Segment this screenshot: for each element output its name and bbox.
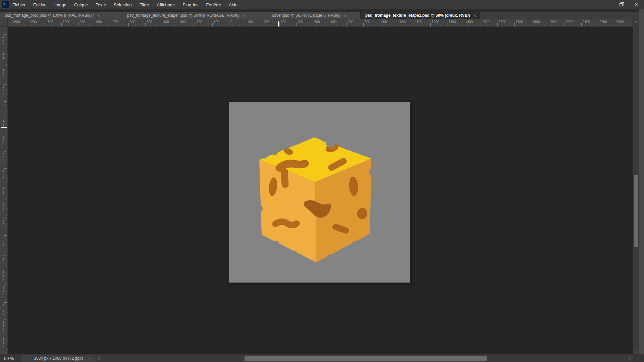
horizontal-ruler[interactable]: 1300120011001000900800700600500400300200… xyxy=(8,19,633,27)
menu-item-aide[interactable]: Aide xyxy=(229,2,237,7)
v-ruler-cell: 100 xyxy=(0,84,8,101)
h-ruler-cell: 1100 xyxy=(414,19,430,27)
document-tab-3[interactable]: cover.psd @ 66,7% (Calque 6, RVB/8)× xyxy=(267,12,361,19)
menu-item-affichage[interactable]: Affichage xyxy=(157,2,175,7)
v-ruler-cell: 1200 xyxy=(0,302,8,319)
document-canvas[interactable] xyxy=(229,102,410,283)
v-ruler-cell: 700 xyxy=(0,219,8,235)
status-flyout-chevron-icon[interactable] xyxy=(88,356,90,362)
h-ruler-cell: 900 xyxy=(78,19,95,27)
v-ruler-cell: 1100 xyxy=(0,286,8,302)
h-ruler-cell: 800 xyxy=(363,19,380,27)
tab-close-icon[interactable]: × xyxy=(473,13,476,18)
h-ruler-cell: 2300 xyxy=(615,19,632,27)
v-ruler-cell: 900 xyxy=(0,252,8,269)
h-ruler-cell: 800 xyxy=(95,19,112,27)
tab-label: psd_fromage_texture_etape4.psd @ 50% (FR… xyxy=(127,13,239,18)
h-ruler-cell: 400 xyxy=(296,19,313,27)
pasteboard[interactable] xyxy=(8,27,633,354)
h-ruler-cell: 100 xyxy=(212,19,229,27)
tab-label: cover.psd @ 66,7% (Calque 6, RVB/8) xyxy=(272,13,341,18)
h-ruler-cell: 1400 xyxy=(464,19,481,27)
h-ruler-cell: 200 xyxy=(263,19,279,27)
tab-close-icon[interactable]: × xyxy=(344,13,346,18)
h-ruler-cell: 0 xyxy=(229,19,246,27)
h-ruler-cell: 1000 xyxy=(397,19,414,27)
menu-item-fichier[interactable]: Fichier xyxy=(12,2,25,7)
close-button[interactable]: × xyxy=(629,0,644,9)
minimize-button[interactable] xyxy=(598,0,613,9)
h-ruler-cell: 700 xyxy=(112,19,128,27)
v-ruler-cell: 100 xyxy=(0,118,8,135)
scroll-down-arrow-icon[interactable] xyxy=(633,348,639,354)
h-ruler-cell: 2000 xyxy=(565,19,581,27)
h-ruler-cell: 1200 xyxy=(430,19,447,27)
h-ruler-cell: 900 xyxy=(380,19,397,27)
vertical-scrollbar-thumb[interactable] xyxy=(634,175,638,247)
h-ruler-cell: 1200 xyxy=(28,19,45,27)
v-ruler-cell: 300 xyxy=(0,152,8,168)
h-ruler-cell: 1900 xyxy=(548,19,565,27)
menu-item-slection[interactable]: Sélection xyxy=(114,2,131,7)
horizontal-scrollbar[interactable] xyxy=(96,355,633,362)
horizontal-scrollbar-thumb[interactable] xyxy=(245,356,487,361)
document-tab-2[interactable]: psd_fromage_texture_etape4.psd @ 50% (FR… xyxy=(122,12,267,19)
scroll-right-arrow-icon[interactable] xyxy=(626,356,632,361)
menu-item-calque[interactable]: Calque xyxy=(74,2,88,7)
cheese-cube-artwork xyxy=(229,102,410,283)
document-info[interactable]: 1080 px x 1080 px (72 ppp) xyxy=(21,355,96,362)
v-ruler-cell: 300 xyxy=(0,51,8,68)
v-ruler-cell: 200 xyxy=(0,68,8,84)
panel-dock-strip[interactable] xyxy=(639,9,644,362)
h-ruler-cell: 2200 xyxy=(598,19,615,27)
cheese-hole xyxy=(284,172,285,184)
zoom-level-field[interactable]: 50 % xyxy=(0,354,21,362)
menu-item-image[interactable]: Image xyxy=(54,2,66,7)
restore-button[interactable] xyxy=(613,0,629,9)
tab-close-icon[interactable]: × xyxy=(97,13,100,18)
v-ruler-cell: 500 xyxy=(0,185,8,202)
v-ruler-cell: 600 xyxy=(0,202,8,219)
h-ruler-cell: 500 xyxy=(145,19,162,27)
v-ruler-cell: 400 xyxy=(0,34,8,51)
v-ruler-cell: 200 xyxy=(0,135,8,152)
h-ruler-cell: 600 xyxy=(330,19,346,27)
h-ruler-cell: 700 xyxy=(346,19,363,27)
v-ruler-cell: 1300 xyxy=(0,319,8,336)
h-ruler-cell: 1600 xyxy=(497,19,514,27)
document-tab-1[interactable]: psd_fromage_prod.psd @ 100% (FINAL, RVB/… xyxy=(0,12,122,19)
menu-item-edition[interactable]: Edition xyxy=(33,2,47,7)
h-ruler-cell: 200 xyxy=(196,19,212,27)
v-ruler-cell: 400 xyxy=(0,168,8,185)
document-tab-4[interactable]: psd_fromage_texture_etape1.psd @ 50% (cr… xyxy=(361,12,480,19)
h-ruler-cell: 2100 xyxy=(581,19,598,27)
h-ruler-cell: 300 xyxy=(279,19,296,27)
menu-item-fentre[interactable]: Fenêtre xyxy=(206,2,221,7)
menu-item-texte[interactable]: Texte xyxy=(96,2,106,7)
window-controls: × xyxy=(598,0,644,9)
scroll-up-arrow-icon[interactable] xyxy=(633,19,639,25)
menu-item-plug-ins[interactable]: Plug-ins xyxy=(183,2,199,7)
h-ruler-cell: 500 xyxy=(313,19,330,27)
h-ruler-cell: 100 xyxy=(246,19,263,27)
cheese-hole xyxy=(335,227,346,231)
minimize-icon xyxy=(604,5,607,5)
scroll-left-arrow-icon[interactable] xyxy=(97,356,103,361)
h-ruler-cell: 1000 xyxy=(61,19,78,27)
photoshop-window: Ps FichierEditionImageCalqueTexteSélecti… xyxy=(0,0,644,362)
menu-item-filtre[interactable]: Filtre xyxy=(140,2,149,7)
h-ruler-cell: 1800 xyxy=(531,19,548,27)
h-ruler-cell: 1300 xyxy=(447,19,464,27)
h-ruler-cell: 600 xyxy=(128,19,145,27)
v-ruler-cell: 800 xyxy=(0,235,8,252)
v-ruler-cell: 1000 xyxy=(0,269,8,286)
cheese-hole xyxy=(275,222,297,225)
tab-row: psd_fromage_prod.psd @ 100% (FINAL, RVB/… xyxy=(0,12,639,19)
ruler-origin-corner[interactable] xyxy=(0,19,8,27)
vertical-ruler[interactable]: 4003002001000100200300400500600700800900… xyxy=(0,27,8,354)
tab-close-icon[interactable]: × xyxy=(243,13,245,18)
h-ruler-cell: 1700 xyxy=(514,19,531,27)
v-ruler-cell: 0 xyxy=(0,101,8,118)
cheese-hole xyxy=(279,164,305,168)
vertical-scrollbar[interactable] xyxy=(633,19,639,354)
